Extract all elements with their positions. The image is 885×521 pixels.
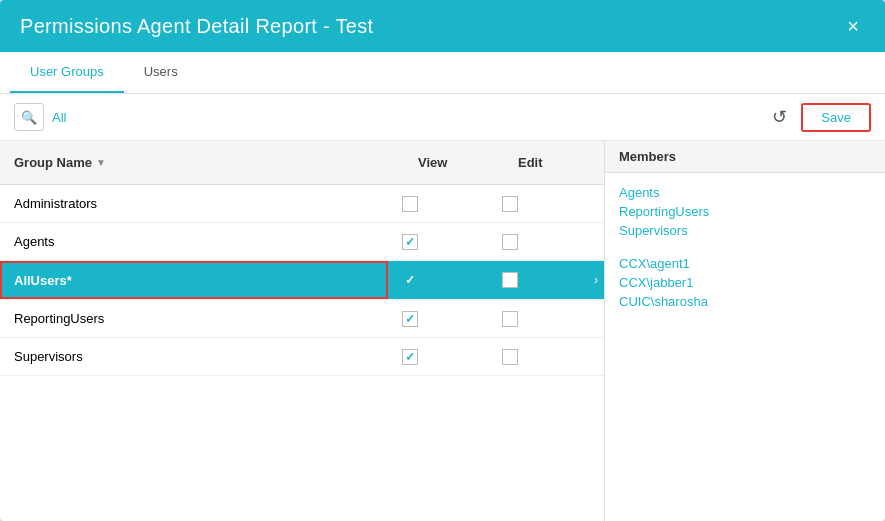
member-item[interactable]: CUIC\sharosha bbox=[619, 292, 871, 311]
edit-checkbox[interactable] bbox=[502, 349, 518, 365]
edit-checkbox[interactable] bbox=[502, 196, 518, 212]
row-edit-cell[interactable] bbox=[488, 343, 588, 371]
row-edit-cell[interactable] bbox=[488, 190, 588, 218]
edit-checkbox[interactable] bbox=[502, 272, 518, 288]
member-item[interactable]: CCX\agent1 bbox=[619, 254, 871, 273]
search-icon: 🔍 bbox=[21, 110, 37, 125]
row-view-cell[interactable] bbox=[388, 190, 488, 218]
row-edit-cell[interactable] bbox=[488, 305, 588, 333]
view-checkbox[interactable] bbox=[402, 196, 418, 212]
col-group-name: Group Name ▼ bbox=[0, 149, 404, 176]
row-group-name: Supervisors bbox=[0, 343, 388, 370]
row-view-cell[interactable] bbox=[388, 343, 488, 371]
table-header: Group Name ▼ View Edit bbox=[0, 141, 604, 185]
member-item[interactable]: CCX\jabber1 bbox=[619, 273, 871, 292]
selected-row-outline: AllUsers* bbox=[0, 261, 388, 299]
row-view-cell[interactable] bbox=[388, 228, 488, 256]
tabs-container: User Groups Users bbox=[0, 52, 885, 94]
table-row-selected[interactable]: AllUsers* › bbox=[0, 261, 604, 300]
search-button[interactable]: 🔍 bbox=[14, 103, 44, 131]
modal-body: User Groups Users 🔍 All ↺ Save bbox=[0, 52, 885, 521]
row-group-name: ReportingUsers bbox=[0, 305, 388, 332]
row-group-name: Agents bbox=[0, 228, 388, 255]
col-view: View bbox=[404, 149, 504, 176]
toolbar: 🔍 All ↺ Save bbox=[0, 94, 885, 141]
table-row[interactable]: Administrators bbox=[0, 185, 604, 223]
row-edit-cell[interactable] bbox=[488, 266, 588, 294]
members-content: Agents ReportingUsers Supervisors CCX\ag… bbox=[605, 173, 885, 335]
left-panel: Group Name ▼ View Edit Administrators bbox=[0, 141, 605, 521]
row-chevron: › bbox=[588, 273, 604, 287]
member-item[interactable]: Agents bbox=[619, 183, 871, 202]
row-group-name: Administrators bbox=[0, 190, 388, 217]
right-panel: Members Agents ReportingUsers Supervisor… bbox=[605, 141, 885, 521]
content-area: Group Name ▼ View Edit Administrators bbox=[0, 141, 885, 521]
members-header: Members bbox=[605, 141, 885, 173]
view-checkbox[interactable] bbox=[402, 272, 418, 288]
sort-arrow-icon: ▼ bbox=[96, 157, 106, 168]
member-item[interactable]: Supervisors bbox=[619, 221, 871, 240]
save-button[interactable]: Save bbox=[801, 103, 871, 132]
table-row[interactable]: Agents bbox=[0, 223, 604, 261]
toolbar-right: ↺ Save bbox=[768, 102, 871, 132]
modal-header: Permissions Agent Detail Report - Test × bbox=[0, 0, 885, 52]
member-item[interactable]: ReportingUsers bbox=[619, 202, 871, 221]
refresh-icon: ↺ bbox=[772, 107, 787, 127]
col-edit: Edit bbox=[504, 149, 604, 176]
edit-checkbox[interactable] bbox=[502, 234, 518, 250]
view-checkbox[interactable] bbox=[402, 234, 418, 250]
view-checkbox[interactable] bbox=[402, 349, 418, 365]
refresh-button[interactable]: ↺ bbox=[768, 102, 791, 132]
table-row[interactable]: Supervisors bbox=[0, 338, 604, 376]
table-row[interactable]: ReportingUsers bbox=[0, 300, 604, 338]
edit-checkbox[interactable] bbox=[502, 311, 518, 327]
modal: Permissions Agent Detail Report - Test ×… bbox=[0, 0, 885, 521]
row-edit-cell[interactable] bbox=[488, 228, 588, 256]
member-group: Agents ReportingUsers Supervisors bbox=[619, 183, 871, 240]
tab-users[interactable]: Users bbox=[124, 52, 198, 93]
row-view-cell[interactable] bbox=[388, 305, 488, 333]
modal-title: Permissions Agent Detail Report - Test bbox=[20, 15, 373, 38]
row-view-cell[interactable] bbox=[388, 266, 488, 294]
view-checkbox[interactable] bbox=[402, 311, 418, 327]
close-button[interactable]: × bbox=[841, 14, 865, 38]
tab-user-groups[interactable]: User Groups bbox=[10, 52, 124, 93]
filter-label: All bbox=[52, 110, 66, 125]
member-group: CCX\agent1 CCX\jabber1 CUIC\sharosha bbox=[619, 254, 871, 311]
